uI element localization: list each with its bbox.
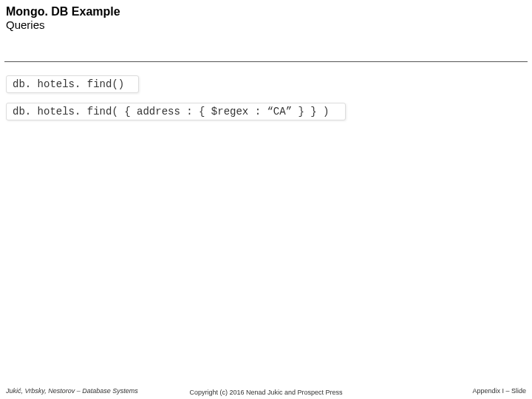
code-example-1: db. hotels. find() — [6, 75, 139, 93]
slide-content: db. hotels. find() db. hotels. find( { a… — [0, 62, 532, 120]
slide: Mongo. DB Example Queries db. hotels. fi… — [0, 0, 532, 399]
footer-authors: Jukić, Vrbsky, Nestorov – Database Syste… — [6, 387, 138, 395]
slide-header: Mongo. DB Example Queries — [0, 0, 532, 39]
slide-title-line1: Mongo. DB Example — [6, 4, 526, 18]
footer-appendix: Appendix I – Slide — [472, 387, 526, 395]
slide-title-line2: Queries — [6, 18, 526, 32]
footer-copyright: Copyright (c) 2016 Nenad Jukic and Prosp… — [189, 389, 342, 396]
code-example-2: db. hotels. find( { address : { $regex :… — [6, 103, 346, 120]
footer-authors-text: Jukić, Vrbsky, Nestorov – Database Syste… — [6, 387, 138, 395]
